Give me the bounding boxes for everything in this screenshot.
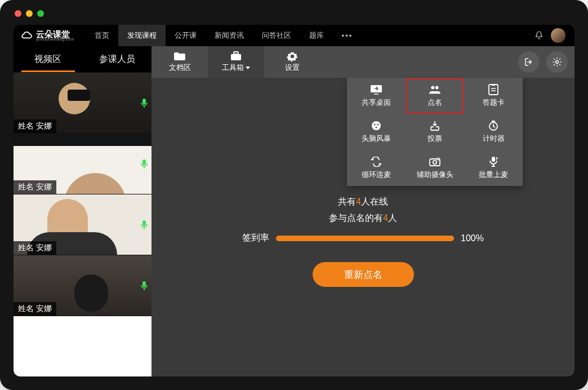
nav-home[interactable]: 首页	[86, 25, 118, 46]
user-avatar[interactable]	[549, 26, 568, 45]
settings-round-button[interactable]	[546, 51, 568, 73]
mic-icon[interactable]	[140, 159, 148, 169]
nav-qa[interactable]: 问答社区	[253, 25, 300, 46]
roll-call-item[interactable]: 点名	[406, 78, 464, 114]
exit-icon	[524, 57, 534, 67]
vote-icon	[429, 120, 441, 131]
batch-mic-icon	[487, 156, 500, 167]
svg-rect-17	[434, 126, 436, 127]
mic-icon[interactable]	[140, 220, 148, 230]
svg-point-12	[372, 121, 381, 130]
svg-rect-4	[231, 54, 241, 60]
svg-point-15	[376, 127, 377, 128]
avatar-icon	[551, 28, 565, 43]
toolbox-dropdown: 共享桌面 点名 答题卡 头脑风暴	[347, 78, 523, 186]
maximize-window-dot[interactable]	[37, 10, 44, 17]
signin-rate-row: 签到率 100%	[242, 232, 484, 244]
participant-name: 姓名 安娜	[14, 119, 56, 133]
vote-label: 投票	[427, 134, 442, 144]
batch-mic-item[interactable]: 批量上麦	[464, 150, 523, 186]
folder-icon	[173, 51, 186, 61]
svg-point-14	[377, 124, 379, 126]
svg-point-8	[431, 86, 434, 89]
aux-camera-label: 辅助摄像头	[417, 170, 453, 180]
aux-camera-icon	[429, 156, 441, 167]
brand-sub: yunduoketang.com	[36, 37, 74, 42]
redo-rollcall-button[interactable]: 重新点名	[313, 262, 414, 287]
gear-icon	[552, 57, 562, 67]
docs-label: 文档区	[169, 63, 191, 73]
participated-count: 4	[383, 213, 388, 223]
brand-logo[interactable]: 云朵课堂 yunduoketang.com	[20, 30, 74, 42]
nav-more[interactable]: •••	[333, 32, 362, 40]
share-screen-icon	[370, 84, 382, 95]
video-sidebar: 视频区 参课人员 姓名 安娜 姓名 安娜	[14, 46, 152, 376]
share-screen-item[interactable]: 共享桌面	[347, 78, 406, 114]
timer-item[interactable]: 计时器	[464, 114, 523, 150]
cloud-icon	[20, 31, 33, 40]
nav-discover-courses[interactable]: 发现课程	[118, 25, 166, 46]
nav-question-bank[interactable]: 题库	[300, 25, 333, 46]
timer-icon	[487, 120, 500, 131]
briefcase-icon	[230, 51, 242, 61]
online-suffix: 人在线	[361, 197, 388, 206]
answer-card-item[interactable]: 答题卡	[464, 78, 523, 114]
tab-video-area[interactable]: 视频区	[14, 46, 83, 72]
video-tile[interactable]: 姓名 安娜	[14, 194, 152, 255]
settings-label: 设置	[285, 63, 300, 73]
video-tile[interactable]: 姓名 安娜	[14, 255, 152, 316]
svg-rect-3	[142, 281, 146, 287]
answer-card-label: 答题卡	[483, 98, 505, 108]
mic-icon[interactable]	[140, 98, 148, 108]
docs-area-button[interactable]: 文档区	[152, 46, 208, 78]
brainstorm-icon	[370, 120, 382, 131]
nav-discover-label: 发现课程	[127, 30, 157, 41]
notifications-button[interactable]	[529, 26, 549, 45]
svg-point-6	[556, 61, 559, 64]
exit-button[interactable]	[518, 51, 540, 73]
svg-rect-5	[234, 52, 238, 54]
svg-point-9	[435, 86, 439, 89]
online-count: 4	[356, 197, 361, 206]
rate-value: 100%	[461, 233, 484, 243]
top-nav: 云朵课堂 yunduoketang.com 首页 发现课程 公开课 新闻资讯 问…	[14, 25, 574, 46]
vote-item[interactable]: 投票	[406, 114, 464, 150]
participant-name: 姓名 安娜	[14, 180, 56, 194]
nav-news[interactable]: 新闻资讯	[206, 25, 253, 46]
roll-call-label: 点名	[427, 98, 442, 108]
close-window-dot[interactable]	[15, 10, 21, 17]
online-count-line: 共有4人在线	[338, 196, 388, 208]
video-tile[interactable]: 姓名 安娜	[14, 72, 152, 133]
loop-mic-icon	[370, 156, 382, 167]
svg-rect-10	[489, 85, 498, 95]
aux-camera-item[interactable]: 辅助摄像头	[406, 150, 464, 186]
timer-label: 计时器	[483, 134, 505, 144]
participant-name: 姓名 安娜	[14, 241, 56, 255]
video-tile[interactable]: 姓名 安娜	[14, 133, 152, 194]
settings-button[interactable]: 设置	[264, 46, 320, 78]
tab-participants[interactable]: 参课人员	[83, 46, 152, 72]
batch-mic-label: 批量上麦	[479, 170, 508, 180]
toolbox-label: 工具箱	[222, 63, 244, 73]
brainstorm-label: 头脑风暴	[362, 134, 391, 144]
brainstorm-item[interactable]: 头脑风暴	[347, 114, 406, 150]
rate-progress-bar	[276, 236, 454, 241]
participated-prefix: 参与点名的有	[329, 213, 383, 223]
nav-open-label: 公开课	[175, 30, 197, 41]
svg-point-13	[374, 124, 376, 126]
loop-mic-item[interactable]: 循环连麦	[347, 150, 406, 186]
nav-qa-label: 问答社区	[262, 30, 291, 41]
toolbox-button[interactable]: 工具箱	[208, 46, 264, 78]
minimize-window-dot[interactable]	[26, 10, 33, 17]
bell-icon	[534, 30, 544, 41]
tab-video-label: 视频区	[34, 54, 61, 65]
svg-rect-11	[492, 84, 495, 86]
tab-participants-label: 参课人员	[99, 54, 135, 65]
mic-icon[interactable]	[140, 281, 148, 291]
rate-label: 签到率	[242, 232, 269, 244]
nav-open-courses[interactable]: 公开课	[166, 25, 206, 46]
participated-count-line: 参与点名的有4人	[329, 212, 397, 224]
window-traffic-lights	[15, 10, 44, 17]
people-icon	[429, 84, 441, 95]
svg-rect-22	[492, 157, 495, 162]
